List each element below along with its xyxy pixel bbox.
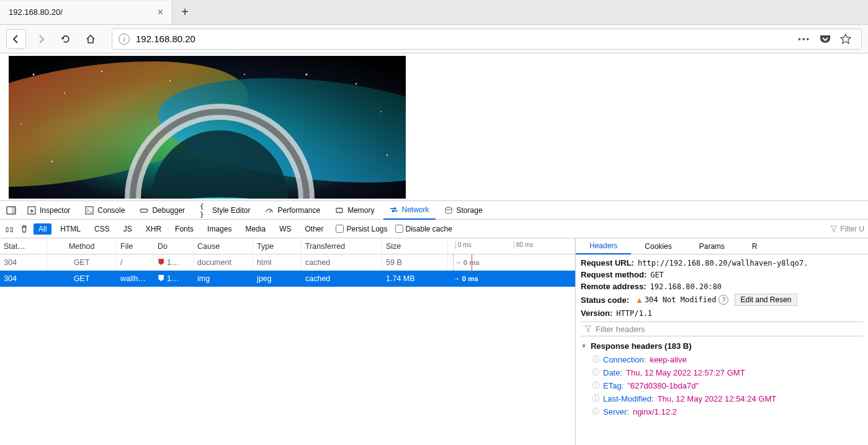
svg-point-8: [356, 83, 357, 85]
svg-rect-21: [336, 209, 342, 212]
help-icon[interactable]: ⓘ: [592, 380, 599, 391]
console-icon: [85, 206, 94, 215]
col-file[interactable]: File: [117, 238, 154, 254]
filter-js[interactable]: JS: [119, 223, 137, 235]
tab-storage[interactable]: Storage: [438, 201, 489, 220]
tab-network[interactable]: Network: [383, 201, 436, 220]
svg-rect-17: [12, 207, 16, 214]
funnel-icon: [584, 325, 592, 333]
insecure-icon: ⛊: [158, 258, 166, 267]
network-toolbar: ▯▯ All HTML CSS JS XHR Fonts Images Medi…: [0, 220, 868, 238]
request-url: Request URL: http://192.168.80.20/wallha…: [581, 257, 863, 269]
col-transferred[interactable]: Transferred: [302, 238, 382, 254]
tab-console[interactable]: Console: [79, 201, 131, 220]
status-code: Status code: ▲ 304 Not Modified ? Edit a…: [581, 292, 863, 307]
svg-point-11: [169, 80, 171, 81]
col-type[interactable]: Type: [253, 238, 302, 254]
url-input[interactable]: [136, 34, 787, 44]
edit-resend-button[interactable]: Edit and Resen: [735, 294, 797, 306]
details-tab-params[interactable]: Params: [686, 238, 738, 254]
svg-point-5: [33, 74, 35, 76]
help-icon[interactable]: ⓘ: [592, 367, 599, 378]
details-tab-cookies[interactable]: Cookies: [631, 238, 685, 254]
response-headers-list: ⓘConnection: keep-alive ⓘDate: Thu, 12 M…: [581, 353, 863, 418]
filter-xhr[interactable]: XHR: [141, 223, 166, 235]
filter-images[interactable]: Images: [202, 223, 236, 235]
network-details-panel: Headers Cookies Params R Request URL: ht…: [576, 238, 868, 445]
header-row: ⓘETag: "627d0380-1bda7d": [581, 379, 863, 392]
chevron-down-icon: ▼: [581, 343, 587, 349]
trash-icon[interactable]: [19, 225, 30, 233]
svg-point-6: [64, 92, 65, 94]
performance-icon: [265, 206, 274, 215]
col-cause[interactable]: Cause: [194, 238, 253, 254]
table-row[interactable]: 304 GET / ⛊1… document html cached 59 B …: [0, 254, 575, 271]
forward-button[interactable]: [31, 29, 51, 49]
svg-point-10: [305, 73, 307, 75]
url-box[interactable]: i •••: [112, 29, 862, 50]
back-button[interactable]: [6, 29, 26, 49]
help-icon[interactable]: ⓘ: [592, 393, 599, 404]
remote-address: Remote address: 192.168.80.20:80: [581, 281, 863, 292]
help-icon[interactable]: ?: [718, 295, 728, 305]
filter-fonts[interactable]: Fonts: [170, 223, 199, 235]
request-method: Request method: GET: [581, 269, 863, 281]
tab-style-editor[interactable]: { } Style Editor: [194, 201, 256, 220]
tab-memory[interactable]: Memory: [329, 201, 380, 220]
style-icon: { }: [200, 206, 208, 215]
svg-point-7: [101, 71, 102, 72]
info-icon[interactable]: i: [119, 34, 130, 45]
tab-inspector[interactable]: Inspector: [21, 201, 76, 220]
tab-performance[interactable]: Performance: [259, 201, 326, 220]
svg-rect-19: [86, 207, 93, 214]
pocket-icon[interactable]: [819, 34, 831, 44]
table-row[interactable]: 304 GET wallh… ⛊1… img jpeg cached 1.74 …: [0, 271, 575, 287]
svg-point-22: [445, 207, 452, 210]
help-icon[interactable]: ⓘ: [592, 407, 599, 417]
help-icon[interactable]: ⓘ: [592, 354, 599, 365]
more-icon[interactable]: •••: [798, 34, 810, 43]
insecure-icon: ⛊: [158, 274, 166, 283]
details-tab-response[interactable]: R: [738, 238, 771, 254]
filter-html[interactable]: HTML: [55, 223, 86, 235]
filter-all[interactable]: All: [34, 223, 51, 235]
devtools-dock-icon[interactable]: [4, 203, 19, 218]
filter-ws[interactable]: WS: [274, 223, 296, 235]
filter-other[interactable]: Other: [300, 223, 328, 235]
col-method[interactable]: Method: [47, 238, 117, 254]
svg-point-15: [387, 155, 388, 156]
details-tabs: Headers Cookies Params R: [576, 238, 868, 254]
bookmark-icon[interactable]: [840, 34, 851, 45]
reload-button[interactable]: [56, 29, 76, 49]
browser-tabbar: 192.168.80.20/ × +: [0, 0, 868, 25]
home-button[interactable]: [81, 29, 101, 49]
page-content: [0, 53, 868, 200]
new-tab-button[interactable]: +: [172, 1, 197, 24]
col-size[interactable]: Size: [382, 238, 448, 254]
persist-logs-checkbox[interactable]: Persist Logs: [336, 225, 387, 233]
filter-urls-input[interactable]: Filter U: [830, 225, 864, 233]
tab-title: 192.168.80.20/: [9, 7, 158, 17]
header-row: ⓘConnection: keep-alive: [581, 353, 863, 366]
memory-icon: [335, 206, 344, 215]
header-row: ⓘServer: nginx/1.12.2: [581, 405, 863, 418]
details-tab-headers[interactable]: Headers: [576, 238, 631, 254]
svg-point-14: [20, 124, 22, 125]
browser-tab[interactable]: 192.168.80.20/ ×: [0, 1, 172, 24]
inspector-icon: [27, 206, 36, 215]
response-headers-section[interactable]: ▼ Response headers (183 B): [581, 339, 863, 353]
header-row: ⓘLast-Modified: Thu, 12 May 2022 12:54:2…: [581, 392, 863, 405]
funnel-icon: [830, 225, 838, 233]
pause-icon[interactable]: ▯▯: [4, 225, 15, 233]
col-status[interactable]: Stat…: [0, 238, 47, 254]
col-domain[interactable]: Do: [154, 238, 194, 254]
svg-point-12: [244, 74, 245, 75]
close-icon[interactable]: ×: [158, 7, 163, 18]
filter-headers-input[interactable]: Filter headers: [581, 321, 863, 336]
filter-media[interactable]: Media: [240, 223, 271, 235]
http-version: Version: HTTP/1.1: [581, 307, 863, 319]
tab-debugger[interactable]: Debugger: [133, 201, 191, 220]
disable-cache-checkbox[interactable]: Disable cache: [395, 225, 452, 233]
filter-css[interactable]: CSS: [89, 223, 115, 235]
col-waterfall[interactable]: 0 ms 80 ms: [448, 238, 575, 254]
